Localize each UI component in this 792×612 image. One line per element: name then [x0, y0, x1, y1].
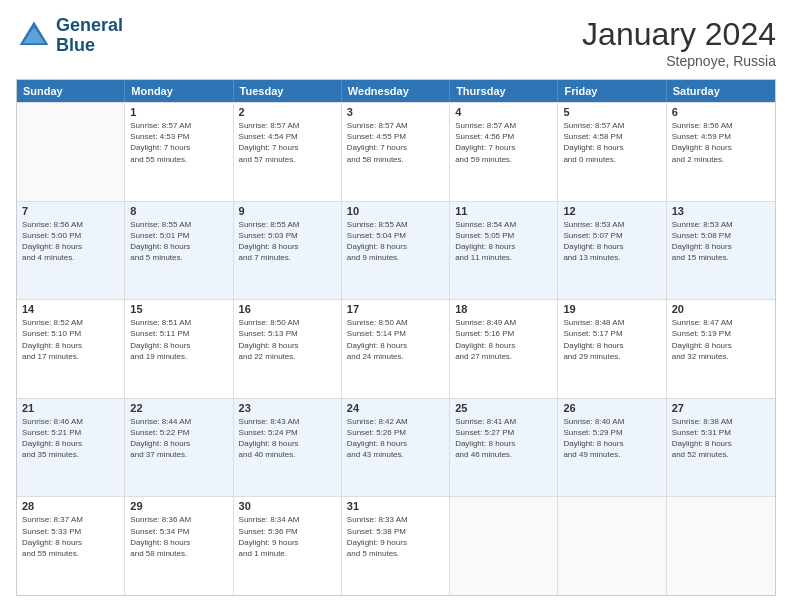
calendar-header-cell: Friday [558, 80, 666, 102]
calendar-cell: 30Sunrise: 8:34 AM Sunset: 5:36 PM Dayli… [234, 497, 342, 595]
logo-line2: Blue [56, 36, 123, 56]
calendar-cell: 2Sunrise: 8:57 AM Sunset: 4:54 PM Daylig… [234, 103, 342, 201]
calendar-cell: 12Sunrise: 8:53 AM Sunset: 5:07 PM Dayli… [558, 202, 666, 300]
calendar-cell: 6Sunrise: 8:56 AM Sunset: 4:59 PM Daylig… [667, 103, 775, 201]
calendar-header-cell: Tuesday [234, 80, 342, 102]
calendar: SundayMondayTuesdayWednesdayThursdayFrid… [16, 79, 776, 596]
cell-day-number: 19 [563, 303, 660, 315]
cell-info: Sunrise: 8:57 AM Sunset: 4:56 PM Dayligh… [455, 120, 552, 165]
calendar-row: 7Sunrise: 8:56 AM Sunset: 5:00 PM Daylig… [17, 201, 775, 300]
cell-info: Sunrise: 8:50 AM Sunset: 5:14 PM Dayligh… [347, 317, 444, 362]
cell-info: Sunrise: 8:38 AM Sunset: 5:31 PM Dayligh… [672, 416, 770, 461]
cell-info: Sunrise: 8:57 AM Sunset: 4:53 PM Dayligh… [130, 120, 227, 165]
cell-day-number: 30 [239, 500, 336, 512]
logo-text: General Blue [56, 16, 123, 56]
cell-day-number: 29 [130, 500, 227, 512]
calendar-row: 14Sunrise: 8:52 AM Sunset: 5:10 PM Dayli… [17, 299, 775, 398]
cell-day-number: 31 [347, 500, 444, 512]
cell-day-number: 3 [347, 106, 444, 118]
cell-day-number: 8 [130, 205, 227, 217]
calendar-cell: 5Sunrise: 8:57 AM Sunset: 4:58 PM Daylig… [558, 103, 666, 201]
calendar-cell [558, 497, 666, 595]
calendar-body: 1Sunrise: 8:57 AM Sunset: 4:53 PM Daylig… [17, 102, 775, 595]
cell-day-number: 17 [347, 303, 444, 315]
calendar-cell: 24Sunrise: 8:42 AM Sunset: 5:26 PM Dayli… [342, 399, 450, 497]
cell-info: Sunrise: 8:57 AM Sunset: 4:55 PM Dayligh… [347, 120, 444, 165]
cell-info: Sunrise: 8:33 AM Sunset: 5:38 PM Dayligh… [347, 514, 444, 559]
cell-day-number: 20 [672, 303, 770, 315]
calendar-row: 21Sunrise: 8:46 AM Sunset: 5:21 PM Dayli… [17, 398, 775, 497]
calendar-cell: 21Sunrise: 8:46 AM Sunset: 5:21 PM Dayli… [17, 399, 125, 497]
month-title: January 2024 [582, 16, 776, 53]
logo-line1: General [56, 16, 123, 36]
cell-day-number: 28 [22, 500, 119, 512]
cell-info: Sunrise: 8:57 AM Sunset: 4:58 PM Dayligh… [563, 120, 660, 165]
cell-info: Sunrise: 8:47 AM Sunset: 5:19 PM Dayligh… [672, 317, 770, 362]
cell-day-number: 11 [455, 205, 552, 217]
cell-info: Sunrise: 8:53 AM Sunset: 5:07 PM Dayligh… [563, 219, 660, 264]
calendar-cell: 4Sunrise: 8:57 AM Sunset: 4:56 PM Daylig… [450, 103, 558, 201]
calendar-header: SundayMondayTuesdayWednesdayThursdayFrid… [17, 80, 775, 102]
calendar-cell: 1Sunrise: 8:57 AM Sunset: 4:53 PM Daylig… [125, 103, 233, 201]
cell-day-number: 9 [239, 205, 336, 217]
calendar-cell: 13Sunrise: 8:53 AM Sunset: 5:08 PM Dayli… [667, 202, 775, 300]
cell-day-number: 22 [130, 402, 227, 414]
page: General Blue January 2024 Stepnoye, Russ… [0, 0, 792, 612]
calendar-cell: 19Sunrise: 8:48 AM Sunset: 5:17 PM Dayli… [558, 300, 666, 398]
calendar-header-cell: Saturday [667, 80, 775, 102]
calendar-header-cell: Thursday [450, 80, 558, 102]
cell-day-number: 7 [22, 205, 119, 217]
cell-day-number: 24 [347, 402, 444, 414]
cell-day-number: 4 [455, 106, 552, 118]
logo-icon [16, 18, 52, 54]
cell-info: Sunrise: 8:36 AM Sunset: 5:34 PM Dayligh… [130, 514, 227, 559]
calendar-cell: 10Sunrise: 8:55 AM Sunset: 5:04 PM Dayli… [342, 202, 450, 300]
logo: General Blue [16, 16, 123, 56]
calendar-cell: 25Sunrise: 8:41 AM Sunset: 5:27 PM Dayli… [450, 399, 558, 497]
header: General Blue January 2024 Stepnoye, Russ… [16, 16, 776, 69]
cell-day-number: 1 [130, 106, 227, 118]
calendar-cell: 3Sunrise: 8:57 AM Sunset: 4:55 PM Daylig… [342, 103, 450, 201]
cell-info: Sunrise: 8:55 AM Sunset: 5:03 PM Dayligh… [239, 219, 336, 264]
calendar-cell: 11Sunrise: 8:54 AM Sunset: 5:05 PM Dayli… [450, 202, 558, 300]
calendar-cell: 16Sunrise: 8:50 AM Sunset: 5:13 PM Dayli… [234, 300, 342, 398]
cell-day-number: 14 [22, 303, 119, 315]
title-block: January 2024 Stepnoye, Russia [582, 16, 776, 69]
calendar-header-cell: Sunday [17, 80, 125, 102]
location: Stepnoye, Russia [582, 53, 776, 69]
cell-info: Sunrise: 8:56 AM Sunset: 4:59 PM Dayligh… [672, 120, 770, 165]
cell-day-number: 15 [130, 303, 227, 315]
cell-day-number: 10 [347, 205, 444, 217]
cell-info: Sunrise: 8:34 AM Sunset: 5:36 PM Dayligh… [239, 514, 336, 559]
calendar-header-cell: Monday [125, 80, 233, 102]
cell-day-number: 13 [672, 205, 770, 217]
cell-info: Sunrise: 8:40 AM Sunset: 5:29 PM Dayligh… [563, 416, 660, 461]
calendar-cell: 26Sunrise: 8:40 AM Sunset: 5:29 PM Dayli… [558, 399, 666, 497]
calendar-cell: 29Sunrise: 8:36 AM Sunset: 5:34 PM Dayli… [125, 497, 233, 595]
cell-day-number: 12 [563, 205, 660, 217]
cell-day-number: 2 [239, 106, 336, 118]
cell-day-number: 16 [239, 303, 336, 315]
calendar-cell: 31Sunrise: 8:33 AM Sunset: 5:38 PM Dayli… [342, 497, 450, 595]
cell-info: Sunrise: 8:52 AM Sunset: 5:10 PM Dayligh… [22, 317, 119, 362]
cell-day-number: 23 [239, 402, 336, 414]
calendar-cell: 18Sunrise: 8:49 AM Sunset: 5:16 PM Dayli… [450, 300, 558, 398]
cell-day-number: 18 [455, 303, 552, 315]
calendar-row: 1Sunrise: 8:57 AM Sunset: 4:53 PM Daylig… [17, 102, 775, 201]
calendar-cell: 15Sunrise: 8:51 AM Sunset: 5:11 PM Dayli… [125, 300, 233, 398]
calendar-cell: 8Sunrise: 8:55 AM Sunset: 5:01 PM Daylig… [125, 202, 233, 300]
cell-day-number: 26 [563, 402, 660, 414]
cell-info: Sunrise: 8:55 AM Sunset: 5:01 PM Dayligh… [130, 219, 227, 264]
calendar-cell: 9Sunrise: 8:55 AM Sunset: 5:03 PM Daylig… [234, 202, 342, 300]
cell-info: Sunrise: 8:55 AM Sunset: 5:04 PM Dayligh… [347, 219, 444, 264]
cell-info: Sunrise: 8:53 AM Sunset: 5:08 PM Dayligh… [672, 219, 770, 264]
calendar-cell [17, 103, 125, 201]
calendar-header-cell: Wednesday [342, 80, 450, 102]
calendar-cell: 14Sunrise: 8:52 AM Sunset: 5:10 PM Dayli… [17, 300, 125, 398]
cell-info: Sunrise: 8:37 AM Sunset: 5:33 PM Dayligh… [22, 514, 119, 559]
calendar-cell: 22Sunrise: 8:44 AM Sunset: 5:22 PM Dayli… [125, 399, 233, 497]
cell-day-number: 21 [22, 402, 119, 414]
calendar-cell [667, 497, 775, 595]
cell-info: Sunrise: 8:48 AM Sunset: 5:17 PM Dayligh… [563, 317, 660, 362]
cell-day-number: 25 [455, 402, 552, 414]
